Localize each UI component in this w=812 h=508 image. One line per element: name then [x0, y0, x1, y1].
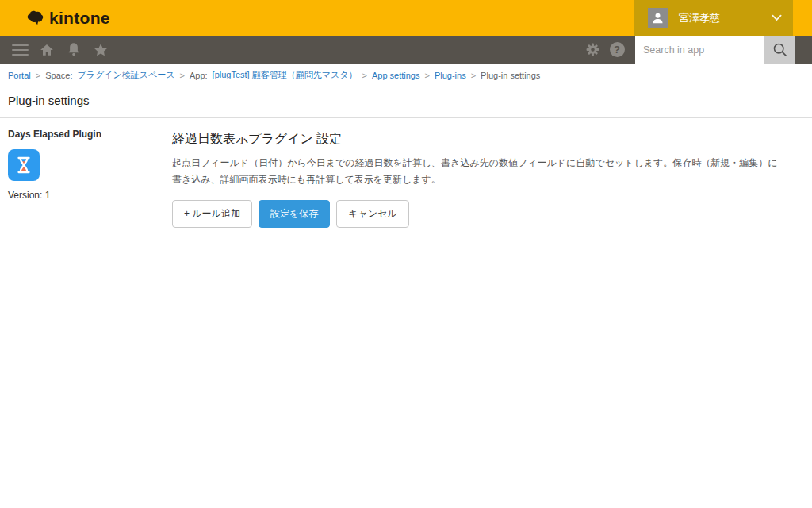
- notifications-bell-icon[interactable]: [60, 36, 87, 64]
- page-title: Plug-in settings: [0, 85, 812, 117]
- search-input[interactable]: [635, 36, 764, 64]
- breadcrumb-link-portal[interactable]: Portal: [8, 71, 31, 80]
- kintone-logo[interactable]: kintone: [0, 0, 110, 36]
- user-avatar-icon: [648, 8, 668, 28]
- plugin-description: 起点日フィールド（日付）から今日までの経過日数を計算し、書き込み先の数値フィール…: [172, 155, 785, 188]
- settings-gear-icon[interactable]: [579, 36, 606, 64]
- plugin-version: Version: 1: [8, 190, 143, 201]
- breadcrumb: Portal > Space: プラグイン検証スペース > App: [plug…: [0, 64, 812, 85]
- breadcrumb-link-app-settings[interactable]: App settings: [372, 71, 420, 80]
- plugin-name: Days Elapsed Plugin: [8, 129, 143, 140]
- breadcrumb-link-space[interactable]: プラグイン検証スペース: [77, 69, 174, 81]
- kintone-logo-text: kintone: [49, 9, 110, 28]
- toolbar-right-section: ?: [579, 36, 812, 64]
- breadcrumb-app-prefix: App:: [190, 71, 208, 80]
- app-search: [635, 36, 795, 64]
- search-button[interactable]: [764, 36, 795, 64]
- favorites-star-icon[interactable]: [87, 36, 114, 64]
- home-icon[interactable]: [33, 36, 60, 64]
- breadcrumb-current-page: Plug-in settings: [481, 71, 540, 80]
- help-icon[interactable]: ?: [606, 36, 628, 64]
- breadcrumb-separator: >: [362, 71, 367, 80]
- action-buttons: + ルール追加 設定を保存 キャンセル: [172, 200, 785, 228]
- search-icon: [772, 41, 788, 58]
- breadcrumb-space-prefix: Space:: [45, 71, 72, 80]
- breadcrumb-separator: >: [36, 71, 40, 80]
- breadcrumb-separator: >: [424, 71, 429, 80]
- global-toolbar: ?: [0, 36, 812, 64]
- breadcrumb-link-app[interactable]: [plugTest] 顧客管理（顧問先マスタ）: [213, 69, 358, 81]
- menu-hamburger-icon[interactable]: [6, 36, 33, 64]
- breadcrumb-separator: >: [471, 71, 476, 80]
- add-rule-button[interactable]: + ルール追加: [172, 200, 252, 228]
- plugin-settings-content: Days Elapsed Plugin Version: 1 経過日数表示プラグ…: [0, 117, 812, 251]
- save-settings-button[interactable]: 設定を保存: [259, 200, 330, 228]
- toolbar-left-icons: [0, 36, 114, 64]
- cancel-button[interactable]: キャンセル: [336, 200, 408, 228]
- breadcrumb-separator: >: [180, 71, 185, 80]
- user-menu[interactable]: 宮澤孝慈: [634, 0, 793, 36]
- breadcrumb-link-plugins[interactable]: Plug-ins: [435, 71, 466, 80]
- brand-header: kintone 宮澤孝慈: [0, 0, 812, 36]
- kintone-cloud-icon: [24, 9, 44, 28]
- chevron-down-icon: [772, 14, 782, 21]
- plugin-settings-heading: 経過日数表示プラグイン 設定: [172, 131, 785, 148]
- plugin-settings-main: 経過日数表示プラグイン 設定 起点日フィールド（日付）から今日までの経過日数を計…: [151, 118, 812, 251]
- user-name: 宮澤孝慈: [679, 11, 720, 25]
- plugin-hourglass-icon: [8, 149, 40, 181]
- plugin-sidebar: Days Elapsed Plugin Version: 1: [0, 118, 151, 251]
